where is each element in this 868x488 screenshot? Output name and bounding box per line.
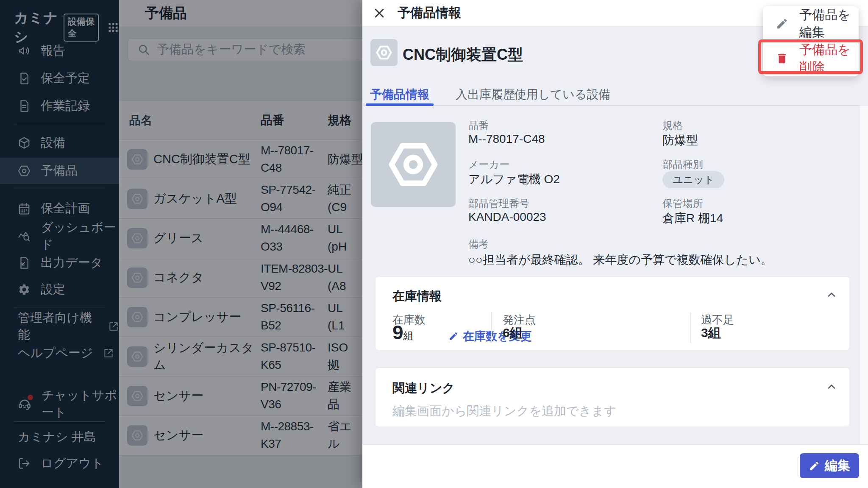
related-links-card: 関連リンク 編集画面から関連リンクを追加できます — [375, 368, 850, 427]
tabs-divider — [362, 105, 860, 106]
reorder-unit: 組 — [510, 326, 523, 340]
field-label-note: 備考 — [468, 237, 489, 251]
field-label-part-type: 部品種別 — [662, 158, 703, 171]
panel-footer: 編集 — [362, 444, 868, 488]
tab-used-equipment[interactable]: 使用している設備 — [512, 83, 613, 106]
field-label-mgmt-no: 部品管理番号 — [468, 197, 529, 210]
field-value-part-no: M--78017-C48 — [468, 132, 545, 146]
edit-button[interactable]: 編集 — [800, 453, 859, 478]
item-context-menu: 予備品を編集 予備品を削除 — [763, 6, 859, 76]
chevron-up-icon[interactable] — [826, 289, 837, 301]
item-title: CNC制御装置C型 — [403, 45, 523, 65]
menu-item-edit-spare-part[interactable]: 予備品を編集 — [763, 6, 859, 41]
field-label-spec: 規格 — [662, 119, 683, 132]
stock-qty-value: 9組 — [392, 321, 414, 344]
stock-qty-unit: 組 — [403, 330, 414, 341]
field-value-note: ○○担当者が最終確認。 来年度の予算で複数確保したい。 — [468, 252, 773, 268]
panel-scrollbar[interactable] — [860, 106, 868, 444]
reorder-point-value: 6組 — [503, 324, 523, 342]
stock-info-card: 在庫情報 在庫数 9組 在庫数を変更 発注点 6組 過不足 3組 — [375, 276, 850, 351]
stock-divider — [690, 312, 691, 343]
tab-spare-part-info[interactable]: 予備品情報 — [366, 83, 434, 106]
balance-unit: 組 — [708, 326, 721, 340]
menu-item-delete-spare-part[interactable]: 予備品を削除 — [763, 41, 859, 76]
chevron-up-icon[interactable] — [826, 381, 837, 393]
field-label-part-no: 品番 — [468, 119, 489, 132]
pencil-icon — [776, 17, 788, 30]
pencil-icon — [809, 460, 820, 471]
menu-item-label: 予備品を編集 — [799, 6, 859, 41]
trash-icon — [776, 52, 788, 65]
item-thumbnail-hex-nut-icon — [371, 122, 456, 207]
field-value-location: 倉庫R 棚14 — [662, 210, 723, 226]
part-type-badge: ユニット — [662, 171, 724, 188]
tab-inout-history[interactable]: 入出庫履歴 — [451, 83, 519, 106]
hex-nut-icon — [370, 39, 398, 66]
field-label-location: 保管場所 — [662, 197, 703, 210]
close-icon[interactable] — [373, 7, 386, 20]
field-label-maker: メーカー — [468, 158, 509, 171]
stock-divider — [491, 312, 492, 343]
reorder-number: 6 — [503, 326, 510, 340]
field-value-maker: アルファ電機 O2 — [468, 171, 560, 187]
modal-scrim[interactable] — [0, 0, 362, 488]
menu-item-label: 予備品を削除 — [799, 41, 859, 76]
related-links-placeholder: 編集画面から関連リンクを追加できます — [392, 403, 617, 420]
stock-qty-number: 9 — [392, 321, 403, 343]
pencil-icon — [448, 331, 459, 341]
edit-button-label: 編集 — [825, 457, 850, 474]
balance-number: 3 — [701, 326, 708, 340]
field-value-spec: 防爆型 — [662, 132, 698, 148]
stock-card-title: 在庫情報 — [392, 288, 442, 305]
field-value-mgmt-no: KANDA-00023 — [468, 210, 546, 224]
panel-title: 予備品情報 — [398, 4, 461, 22]
related-links-title: 関連リンク — [392, 380, 455, 397]
balance-value: 3組 — [701, 324, 721, 342]
active-tab-underline — [366, 103, 434, 106]
